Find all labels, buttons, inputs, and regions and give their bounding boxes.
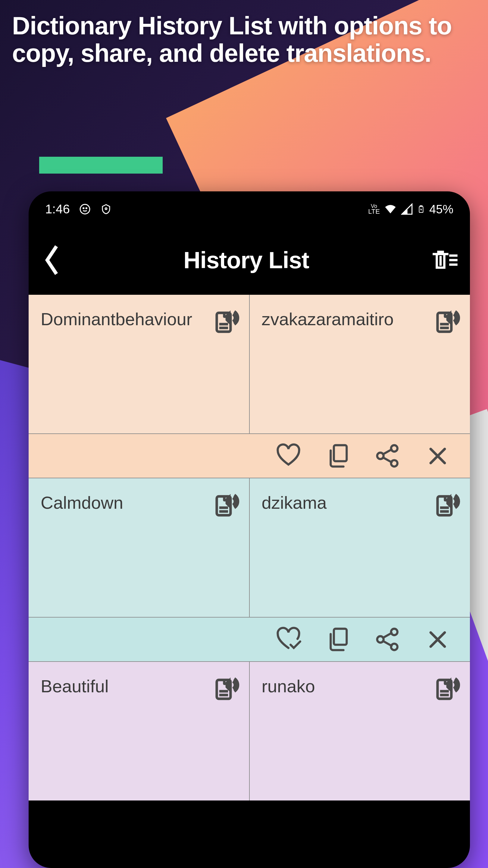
back-button[interactable] (41, 244, 62, 277)
delete-button[interactable] (425, 627, 450, 652)
app-header: History List (29, 222, 470, 295)
delete-button[interactable] (425, 443, 450, 469)
copy-button[interactable] (325, 443, 351, 469)
favorite-button[interactable] (275, 627, 301, 652)
target-text: runako (262, 675, 428, 698)
history-entry: Dominantbehaviour zvakazaramaitiro (29, 295, 470, 478)
source-cell: Dominantbehaviour (29, 295, 250, 433)
history-entry: Calmdown dzikama (29, 478, 470, 661)
target-cell: zvakazaramaitiro (250, 295, 470, 433)
share-button[interactable] (375, 627, 401, 652)
svg-point-1 (83, 208, 84, 209)
speak-target-icon[interactable] (432, 673, 461, 701)
svg-rect-14 (334, 629, 347, 645)
status-time: 1:46 (45, 202, 70, 216)
target-cell: dzikama (250, 478, 470, 617)
wifi-icon (384, 203, 397, 216)
speak-source-icon[interactable] (212, 489, 240, 518)
source-cell: Beautiful (29, 662, 250, 801)
source-text: Calmdown (41, 492, 207, 514)
target-text: dzikama (262, 492, 428, 514)
svg-point-15 (391, 629, 397, 635)
face-icon (79, 203, 91, 215)
favorite-button[interactable] (275, 443, 301, 469)
clear-all-button[interactable] (431, 247, 458, 274)
battery-icon (417, 203, 425, 216)
speak-source-icon[interactable] (212, 305, 240, 334)
phone-frame: 1:46 VoLTE 45% History List (29, 191, 470, 868)
history-list: Dominantbehaviour zvakazaramaitiro Calmd… (29, 295, 470, 801)
page-title: History List (184, 247, 309, 274)
svg-point-11 (391, 460, 397, 467)
history-entry: Beautiful runako (29, 661, 470, 801)
speak-target-icon[interactable] (432, 305, 461, 334)
battery-percent: 45% (429, 203, 453, 216)
source-text: Beautiful (41, 675, 207, 698)
source-text: Dominantbehaviour (41, 308, 207, 330)
promo-headline: Dictionary History List with options to … (12, 12, 476, 67)
svg-point-17 (391, 644, 397, 650)
svg-rect-8 (334, 445, 347, 461)
svg-point-2 (86, 208, 87, 209)
svg-rect-5 (420, 206, 422, 207)
target-text: zvakazaramaitiro (262, 308, 428, 330)
speak-source-icon[interactable] (212, 673, 240, 701)
svg-point-0 (80, 204, 90, 214)
shield-icon (100, 203, 112, 215)
target-cell: runako (250, 662, 470, 801)
share-button[interactable] (375, 443, 401, 469)
accent-bar (39, 157, 163, 174)
speak-target-icon[interactable] (432, 489, 461, 518)
entry-actions (29, 617, 470, 661)
entry-actions (29, 433, 470, 478)
status-bar: 1:46 VoLTE 45% (29, 191, 470, 222)
copy-button[interactable] (325, 627, 351, 652)
lte-indicator: VoLTE (368, 204, 380, 215)
svg-point-3 (105, 208, 107, 210)
signal-icon (401, 203, 413, 215)
source-cell: Calmdown (29, 478, 250, 617)
svg-point-9 (391, 445, 397, 452)
